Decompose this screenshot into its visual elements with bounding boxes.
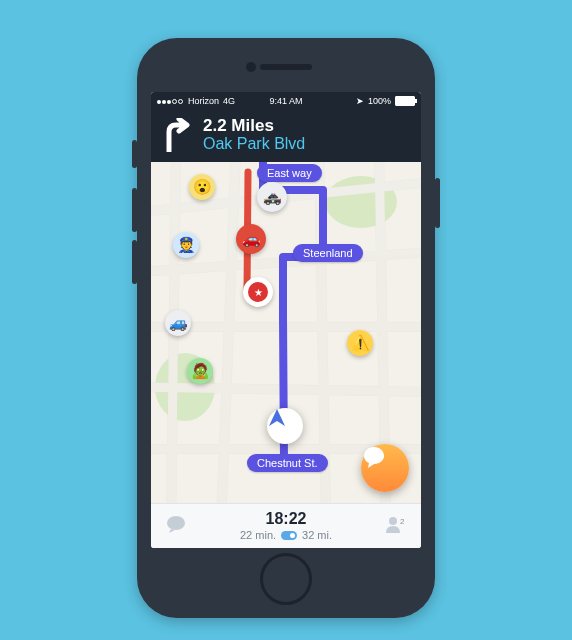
- turn-right-icon: [161, 118, 193, 152]
- status-bar: Horizon 4G 9:41 AM ➤ 100%: [151, 92, 421, 110]
- label-chestnut: Chestnut St.: [247, 454, 328, 472]
- time-remaining: 22 min.: [240, 529, 276, 541]
- svg-text:2: 2: [400, 517, 405, 526]
- marker-warning[interactable]: ⚠️: [347, 330, 373, 356]
- clock: 9:41 AM: [269, 96, 302, 106]
- marker-traffic[interactable]: 🚗: [236, 224, 266, 254]
- signal-icon: [157, 96, 184, 106]
- screen: Horizon 4G 9:41 AM ➤ 100% 2.2 Miles Oak …: [151, 92, 421, 548]
- volume-up: [132, 188, 137, 232]
- street-label: Oak Park Blvd: [203, 135, 305, 153]
- mute-switch: [132, 140, 137, 168]
- label-east-way: East way: [257, 164, 322, 182]
- battery-icon: [395, 96, 415, 106]
- marker-police[interactable]: 👮: [173, 232, 199, 258]
- carrier-label: Horizon: [188, 96, 219, 106]
- location-icon: ➤: [356, 96, 364, 106]
- speaker: [260, 64, 312, 70]
- volume-down: [132, 240, 137, 284]
- distance-remaining: 32 mi.: [302, 529, 332, 541]
- current-location-cursor[interactable]: [267, 408, 303, 444]
- home-button[interactable]: [260, 553, 312, 605]
- navigation-banner[interactable]: 2.2 Miles Oak Park Blvd: [151, 110, 421, 163]
- svg-point-3: [167, 516, 185, 530]
- phone-frame: Horizon 4G 9:41 AM ➤ 100% 2.2 Miles Oak …: [137, 38, 435, 618]
- svg-point-4: [389, 517, 397, 525]
- marker-vehicle[interactable]: 🚙: [165, 310, 191, 336]
- eta-label: 18:22: [240, 511, 332, 527]
- mood-button[interactable]: [165, 515, 187, 538]
- report-button[interactable]: [361, 444, 409, 492]
- power-button: [435, 178, 440, 228]
- label-steenland: Steenland: [293, 244, 363, 262]
- route-toggle[interactable]: [281, 531, 297, 540]
- network-label: 4G: [223, 96, 235, 106]
- marker-hazard-red[interactable]: ★: [243, 277, 273, 307]
- marker-mood-zombie[interactable]: 🧟: [187, 358, 213, 384]
- bottom-bar: 18:22 22 min. 32 mi. 2: [151, 503, 421, 548]
- marker-mood-happy[interactable]: 😮: [189, 174, 215, 200]
- marker-car[interactable]: 🚓: [257, 182, 287, 212]
- map-view[interactable]: East way Steenland Chestnut St. 😮 🚓 👮 🚗 …: [151, 162, 421, 504]
- battery-label: 100%: [368, 96, 391, 106]
- friends-button[interactable]: 2: [385, 515, 407, 538]
- distance-label: 2.2 Miles: [203, 116, 305, 136]
- front-camera: [246, 62, 256, 72]
